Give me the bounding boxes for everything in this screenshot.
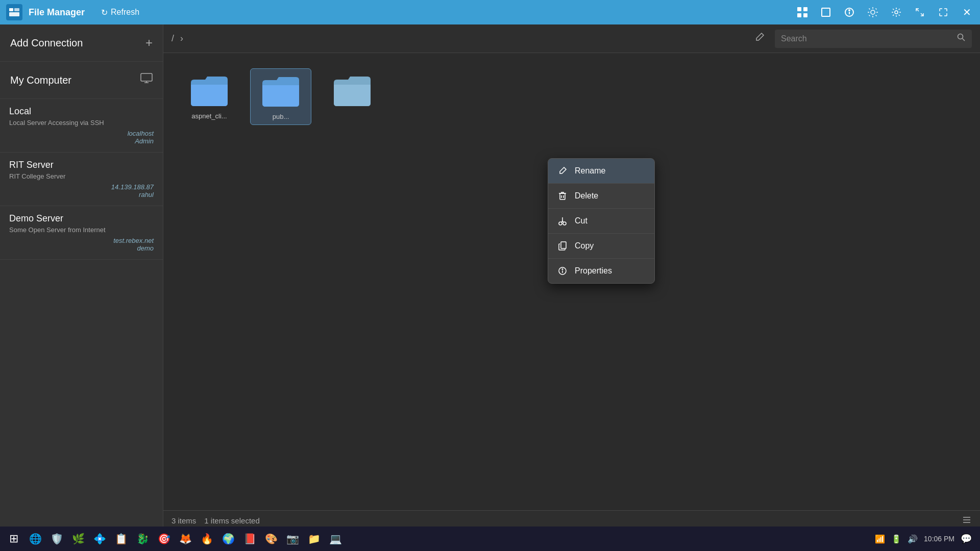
- svg-line-19: [869, 15, 870, 16]
- svg-line-18: [876, 9, 877, 10]
- svg-line-42: [562, 221, 564, 222]
- items-count: 3 items: [172, 516, 196, 525]
- file-name: aspnet_cli...: [191, 112, 227, 120]
- search-bar[interactable]: Search: [775, 30, 972, 48]
- context-menu-copy[interactable]: Copy: [548, 234, 654, 259]
- network-icon: 📶: [875, 534, 885, 544]
- title-bar: File Manager ↻ Refresh: [0, 0, 980, 24]
- sun-button[interactable]: [866, 5, 880, 19]
- refresh-button[interactable]: ↻ Refresh: [101, 8, 139, 17]
- file-item[interactable]: [322, 68, 383, 125]
- my-computer-label: My Computer: [10, 74, 71, 86]
- breadcrumb-forward[interactable]: ›: [180, 33, 183, 44]
- sidebar: Add Connection + My Computer Local Local…: [0, 24, 163, 531]
- taskbar-app-active[interactable]: 💻: [326, 529, 345, 548]
- add-connection-label: Add Connection: [10, 37, 83, 49]
- svg-rect-31: [141, 73, 152, 81]
- svg-point-47: [562, 269, 563, 270]
- svg-point-10: [849, 10, 850, 11]
- battery-icon: 🔋: [891, 534, 901, 544]
- top-bar: / › Search: [163, 24, 980, 53]
- folder-icon: [260, 73, 301, 109]
- expand-button[interactable]: [936, 5, 950, 19]
- rename-icon: [557, 166, 568, 176]
- taskbar-notes[interactable]: 📋: [111, 529, 131, 548]
- context-rename-label: Rename: [575, 166, 605, 176]
- window-button[interactable]: [819, 5, 833, 19]
- file-item[interactable]: aspnet_cli...: [179, 68, 240, 125]
- taskbar-design[interactable]: 🎨: [261, 529, 281, 548]
- sidebar-item-rit[interactable]: RIT Server RIT College Server 14.139.188…: [0, 153, 163, 206]
- notification-icon[interactable]: 💬: [961, 533, 972, 544]
- connection-name: Local: [9, 106, 154, 117]
- taskbar-browser1[interactable]: 🌐: [26, 529, 45, 548]
- search-placeholder: Search: [781, 34, 807, 43]
- folder-icon: [332, 72, 373, 108]
- svg-rect-36: [560, 193, 565, 199]
- file-item-selected[interactable]: pub... Rename: [250, 68, 311, 125]
- search-icon[interactable]: [957, 33, 966, 44]
- svg-point-11: [871, 10, 875, 14]
- app-title: File Manager: [29, 7, 85, 18]
- delete-icon: [557, 191, 568, 201]
- connection-meta: localhostAdmin: [9, 130, 154, 145]
- taskbar-filemanager[interactable]: 📁: [304, 529, 324, 548]
- svg-line-16: [869, 9, 870, 10]
- file-grid: aspnet_cli... pub...: [163, 53, 980, 510]
- context-cut-label: Cut: [575, 216, 587, 226]
- context-menu-delete[interactable]: Delete: [548, 184, 654, 209]
- connection-meta: test.rebex.netdemo: [9, 237, 154, 252]
- cut-icon: [557, 216, 568, 226]
- svg-line-35: [963, 39, 965, 41]
- taskbar-app3[interactable]: 🔥: [197, 529, 216, 548]
- svg-rect-3: [797, 7, 801, 11]
- my-computer-item[interactable]: My Computer: [0, 62, 163, 99]
- taskbar-right: 📶 🔋 🔊 10:06 PM 💬: [875, 533, 976, 544]
- taskbar-files[interactable]: 🌿: [68, 529, 88, 548]
- taskbar-app2[interactable]: 🎯: [154, 529, 174, 548]
- status-list-icon[interactable]: [962, 515, 972, 527]
- close-button[interactable]: ✕: [960, 5, 974, 19]
- add-connection-icon: +: [145, 36, 153, 50]
- svg-point-34: [958, 34, 963, 39]
- info-button[interactable]: [842, 5, 856, 19]
- context-menu-cut[interactable]: Cut: [548, 209, 654, 234]
- refresh-icon: ↻: [101, 8, 108, 17]
- connection-meta: 14.139.188.87rahul: [9, 183, 154, 198]
- taskbar-vscode[interactable]: 💠: [90, 529, 109, 548]
- properties-icon: [557, 266, 568, 276]
- grid-view-button[interactable]: [795, 5, 810, 19]
- taskbar: ⊞ 🌐 🛡️ 🌿 💠 📋 🐉 🎯 🦊 🔥 🌍 📕 🎨 📷 📁 💻 📶 🔋 🔊 1…: [0, 527, 980, 551]
- taskbar-firefox[interactable]: 🦊: [176, 529, 195, 548]
- taskbar-reader[interactable]: 📕: [240, 529, 259, 548]
- gear-button[interactable]: [889, 5, 903, 19]
- svg-line-17: [876, 15, 877, 16]
- edit-path-icon[interactable]: [754, 32, 765, 45]
- svg-rect-44: [561, 242, 566, 248]
- taskbar-start[interactable]: ⊞: [4, 529, 23, 548]
- title-bar-right: ✕: [795, 5, 974, 19]
- context-menu-rename[interactable]: Rename: [548, 159, 654, 184]
- sidebar-item-local[interactable]: Local Local Server Accessing via SSH loc…: [0, 99, 163, 153]
- main-area: Add Connection + My Computer Local Local…: [0, 24, 980, 531]
- add-connection-item[interactable]: Add Connection +: [0, 24, 163, 62]
- taskbar-photo[interactable]: 📷: [283, 529, 302, 548]
- svg-rect-5: [797, 13, 801, 17]
- svg-point-20: [895, 11, 898, 14]
- svg-rect-2: [14, 8, 19, 11]
- taskbar-security[interactable]: 🛡️: [47, 529, 66, 548]
- svg-rect-0: [9, 8, 13, 11]
- svg-rect-4: [803, 7, 807, 11]
- app-logo: [6, 4, 22, 20]
- compress-button[interactable]: [913, 5, 927, 19]
- content-area: / › Search: [163, 24, 980, 531]
- volume-icon: 🔊: [908, 534, 918, 544]
- folder-icon: [189, 72, 230, 108]
- taskbar-browser2[interactable]: 🌍: [218, 529, 238, 548]
- monitor-icon: [140, 73, 153, 87]
- refresh-label: Refresh: [111, 8, 139, 17]
- sidebar-item-demo[interactable]: Demo Server Some Open Server from Intern…: [0, 206, 163, 260]
- context-menu-properties[interactable]: Properties: [548, 259, 654, 283]
- svg-rect-6: [803, 13, 807, 17]
- taskbar-app1[interactable]: 🐉: [133, 529, 152, 548]
